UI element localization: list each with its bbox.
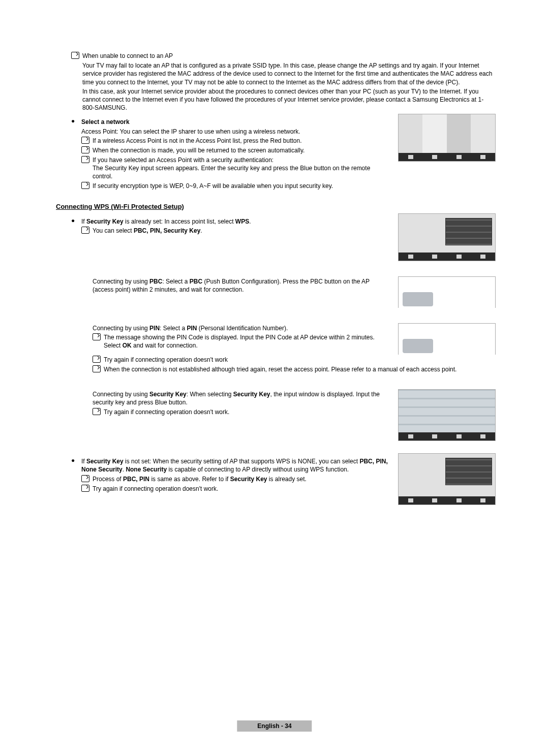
note-icon bbox=[81, 227, 89, 234]
bullet-title: Select a network bbox=[81, 118, 130, 125]
note-icon bbox=[93, 408, 101, 415]
note-text: You can select PBC, PIN, Security Key. bbox=[93, 227, 389, 235]
note-icon bbox=[81, 137, 89, 144]
note-text: When the connection is not established a… bbox=[104, 365, 496, 374]
note-text: The message showing the PIN Code is disp… bbox=[104, 333, 389, 350]
screenshot-pbc bbox=[398, 276, 496, 308]
note-text: Process of PBC, PIN is same as above. Re… bbox=[93, 475, 389, 484]
note-icon bbox=[81, 182, 89, 189]
screenshot-not-set bbox=[398, 453, 496, 505]
note-icon bbox=[81, 156, 89, 163]
bullet-icon: ● bbox=[71, 117, 75, 124]
body-text: Your TV may fail to locate an AP that is… bbox=[82, 61, 496, 86]
screenshot-pin bbox=[398, 323, 496, 355]
note-text: When unable to connect to an AP bbox=[82, 52, 496, 60]
bullet-icon: ● bbox=[71, 217, 75, 224]
screenshot-wps-list bbox=[398, 213, 496, 261]
note-icon bbox=[71, 52, 79, 59]
note-text: If security encryption type is WEP, 0~9,… bbox=[93, 182, 389, 191]
note-icon bbox=[93, 365, 101, 372]
page-footer: English - 34 bbox=[237, 720, 312, 732]
bullet-icon: ● bbox=[71, 457, 75, 464]
section-heading: Connecting WPS (Wi-Fi Protected Setup) bbox=[56, 203, 496, 210]
body-text: Connecting by using PIN: Select a PIN (P… bbox=[93, 324, 389, 332]
note-icon bbox=[93, 333, 101, 340]
note-text: When the connection is made, you will be… bbox=[93, 146, 389, 155]
body-text: If Security Key is already set: In acces… bbox=[81, 217, 389, 226]
note-text: If you have selected an Access Point wit… bbox=[93, 156, 273, 164]
sec-unable-to-connect: When unable to connect to an AP Your TV … bbox=[71, 52, 496, 112]
note-icon bbox=[81, 475, 89, 482]
body-text: If Security Key is not set: When the sec… bbox=[81, 457, 389, 474]
note-text: Try again if connecting operation doesn'… bbox=[93, 485, 389, 493]
note-icon bbox=[93, 356, 101, 363]
body-text: Connecting by using Security Key: When s… bbox=[93, 390, 389, 406]
screenshot-security-key-keyboard bbox=[398, 389, 496, 441]
note-text: The Security Key input screen appears. E… bbox=[93, 165, 370, 180]
note-text: Try again if connecting operation doesn'… bbox=[104, 356, 496, 364]
note-icon bbox=[81, 485, 89, 492]
note-icon bbox=[81, 146, 89, 153]
manual-page: When unable to connect to an AP Your TV … bbox=[0, 0, 549, 742]
body-text: Connecting by using PBC: Select a PBC (P… bbox=[93, 277, 389, 294]
note-text: Try again if connecting operation doesn'… bbox=[104, 408, 389, 417]
body-text: In this case, ask your Internet service … bbox=[82, 87, 496, 112]
screenshot-select-network bbox=[398, 114, 496, 162]
note-text: If a wireless Access Point is not in the… bbox=[93, 137, 389, 145]
body-text: Access Point: You can select the IP shar… bbox=[81, 128, 389, 136]
